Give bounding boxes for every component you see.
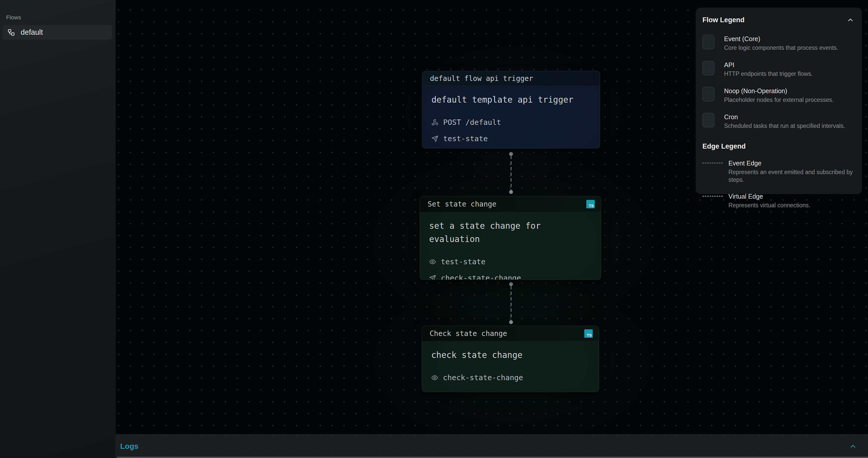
node-title: Set state change: [428, 200, 497, 208]
cron-node-swatch: [703, 113, 714, 127]
legend-item-api: API HTTP endpoints that trigger flows.: [703, 61, 854, 78]
node-subscribes-text: test-state: [441, 257, 486, 266]
legend-header: Flow Legend: [703, 14, 854, 26]
chevron-up-icon[interactable]: [846, 16, 854, 24]
edge-target-handle[interactable]: [509, 320, 513, 324]
node-body: set a state change for evaluation test-s…: [420, 212, 601, 280]
api-node-swatch: [703, 61, 714, 75]
logs-panel[interactable]: Logs: [116, 434, 868, 458]
legend-item-description: Represents an event emitted and subscrib…: [728, 168, 854, 183]
node-subscribes-row: check-state-change: [431, 369, 590, 386]
edge-target-handle[interactable]: [509, 190, 513, 194]
node-emits-text: test-state: [443, 134, 488, 143]
node-endpoint-text: POST /default: [443, 118, 501, 126]
node-subtitle: check state change: [431, 348, 590, 362]
legend-item-label: Noop (Non-Operation): [724, 87, 834, 95]
chevron-up-icon[interactable]: [849, 442, 857, 450]
node-api-trigger[interactable]: default flow api trigger default templat…: [422, 71, 600, 148]
sidebar-title: Flows: [6, 14, 21, 21]
legend-item-cron: Cron Scheduled tasks that run at specifi…: [703, 113, 854, 130]
node-emits-row: check-state-change: [429, 270, 592, 280]
eye-icon: [429, 258, 436, 265]
horizontal-scrollbar[interactable]: [117, 457, 868, 458]
virtual-edge-dash-swatch: [703, 196, 723, 197]
legend-item-label: Cron: [724, 113, 845, 121]
flow-legend-panel: Flow Legend Event (Core) Core logic comp…: [696, 8, 862, 194]
node-subtitle: default template api trigger: [431, 93, 591, 107]
event-node-swatch: [703, 35, 714, 49]
sidebar-item-default-flow[interactable]: default: [2, 25, 112, 39]
node-subscribes-row: test-state: [429, 254, 592, 270]
send-icon: [431, 135, 438, 142]
typescript-badge: TS: [584, 329, 593, 338]
node-endpoint-row: POST /default: [431, 114, 591, 131]
node-header: default flow api trigger: [422, 71, 600, 86]
send-icon: [429, 275, 436, 280]
legend-item-label: Virtual Edge: [728, 192, 810, 200]
legend-item-label: API: [724, 61, 813, 69]
legend-item-event-core: Event (Core) Core logic components that …: [703, 35, 854, 52]
logs-title: Logs: [120, 442, 138, 451]
node-body: default template api trigger POST /defau…: [422, 86, 600, 147]
edge-source-handle[interactable]: [509, 152, 513, 156]
legend-item-description: HTTP endpoints that trigger flows.: [724, 70, 813, 78]
node-subtitle: set a state change for evaluation: [429, 219, 592, 246]
noop-node-swatch: [703, 87, 714, 102]
legend-item-description: Placeholder nodes for external processes…: [724, 96, 834, 104]
node-emits-row: test-state: [431, 131, 591, 147]
flows-sidebar: Flows default: [0, 0, 116, 458]
edge-source-handle[interactable]: [509, 282, 513, 286]
legend-item-event-edge: Event Edge Represents an event emitted a…: [703, 159, 854, 183]
node-check-state-change[interactable]: Check state change TS check state change…: [422, 326, 599, 392]
event-edge-dash-swatch: [703, 163, 723, 163]
legend-item-virtual-edge: Virtual Edge Represents virtual connecti…: [703, 192, 854, 209]
edge-legend-title: Edge Legend: [703, 142, 854, 150]
legend-item-label: Event (Core): [724, 35, 838, 43]
node-emits-text: check-state-change: [441, 274, 521, 280]
webhook-icon: [431, 119, 438, 126]
node-header: Set state change TS: [420, 196, 601, 212]
node-subscribes-text: check-state-change: [443, 373, 523, 382]
typescript-badge: TS: [586, 200, 595, 208]
node-title: Check state change: [430, 329, 507, 338]
legend-item-description: Represents virtual connections.: [728, 201, 810, 209]
legend-title: Flow Legend: [703, 16, 745, 24]
node-title: default flow api trigger: [430, 74, 533, 83]
workbench-app: Flows default default flow api trigger: [0, 0, 868, 458]
legend-item-description: Scheduled tasks that run at specified in…: [724, 122, 845, 130]
node-body: check state change check-state-change: [422, 341, 599, 386]
workflow-icon: [7, 29, 15, 36]
legend-item-description: Core logic components that process event…: [724, 44, 838, 52]
eye-icon: [431, 374, 438, 381]
node-set-state-change[interactable]: Set state change TS set a state change f…: [420, 196, 601, 280]
sidebar-item-label: default: [21, 28, 43, 36]
node-header: Check state change TS: [422, 326, 599, 341]
legend-item-label: Event Edge: [728, 159, 854, 167]
legend-item-noop: Noop (Non-Operation) Placeholder nodes f…: [703, 87, 854, 104]
